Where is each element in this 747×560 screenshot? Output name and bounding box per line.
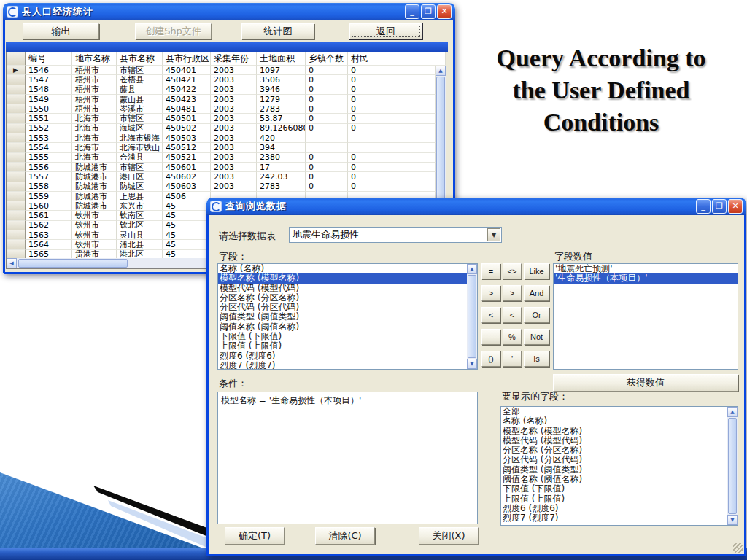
table-row[interactable]: 1547梧州市苍梧县4504212003350600 — [7, 75, 436, 85]
display-field-item[interactable]: 分区名称 (分区名称) — [501, 446, 727, 455]
row-selector[interactable] — [7, 114, 26, 123]
display-field-item[interactable]: 模型代码 (模型代码) — [501, 436, 727, 446]
row-selector[interactable] — [7, 192, 26, 201]
chevron-down-icon[interactable]: ▼ — [487, 228, 500, 241]
operator-button[interactable]: () — [481, 351, 500, 367]
maximize-icon[interactable]: ❐ — [712, 199, 727, 214]
row-selector[interactable] — [7, 172, 26, 182]
display-field-item[interactable]: 阈值类型 (阈值类型) — [501, 465, 727, 475]
table-row[interactable]: 1556防城港市市辖区45060120031700 — [7, 163, 436, 172]
operator-button[interactable]: < — [503, 307, 522, 323]
field-item[interactable]: 分区名称 (分区名称) — [218, 293, 467, 303]
operator-button[interactable]: And — [524, 285, 549, 301]
ok-button[interactable]: 确定(T) — [225, 527, 285, 545]
display-field-item[interactable]: 上限值 (上限值) — [501, 494, 727, 504]
table-row[interactable]: 1552北海市海城区450502200389.1266080100 — [7, 124, 436, 133]
get-values-button[interactable]: 获得数值 — [553, 374, 738, 392]
row-selector[interactable] — [7, 221, 26, 230]
minimize-icon[interactable]: _ — [405, 4, 419, 19]
values-listbox[interactable]: '地震死亡预测''生命易损性（本项目）' — [553, 263, 738, 370]
field-item[interactable]: 名称 (名称) — [218, 264, 467, 273]
row-selector[interactable] — [7, 211, 26, 220]
operator-button[interactable]: Or — [524, 307, 549, 323]
scrollbar-thumb[interactable] — [468, 275, 476, 358]
table-row[interactable]: 1548梧州市藤县4504222003394600 — [7, 85, 436, 95]
display-fields-listbox[interactable]: 全部名称 (名称)模型名称 (模型名称)模型代码 (模型代码)分区名称 (分区名… — [500, 406, 738, 526]
back-button[interactable]: 返回 — [349, 23, 422, 39]
column-header[interactable]: 土地面积 — [257, 52, 306, 66]
scroll-down-icon[interactable]: ▼ — [727, 515, 738, 525]
maximize-icon[interactable]: ❐ — [421, 4, 436, 19]
field-item[interactable]: 分区代码 (分区代码) — [218, 303, 467, 312]
row-selector[interactable] — [7, 104, 26, 114]
scroll-left-icon[interactable]: ◀ — [7, 258, 17, 268]
scroll-up-icon[interactable]: ▲ — [467, 264, 477, 274]
row-selector[interactable] — [7, 75, 26, 85]
field-item[interactable]: 烈度7 (烈度7) — [218, 361, 467, 369]
value-item[interactable]: '生命易损性（本项目）' — [554, 273, 738, 283]
scrollbar-thumb[interactable] — [728, 418, 737, 514]
close-icon[interactable]: ✕ — [437, 4, 452, 19]
operator-button[interactable]: > — [481, 285, 500, 301]
table-row[interactable]: 1555北海市合浦县4505212003238000 — [7, 153, 436, 163]
operator-button[interactable]: Is — [524, 351, 549, 367]
operator-button[interactable]: ' — [503, 351, 522, 367]
operator-button[interactable]: > — [503, 285, 522, 301]
field-item[interactable]: 烈度6 (烈度6) — [218, 351, 467, 361]
table-row[interactable]: 1551北海市市辖区450501200353.8700 — [7, 114, 436, 123]
row-selector[interactable] — [7, 153, 26, 163]
column-header[interactable]: 乡镇个数 — [306, 52, 348, 66]
row-selector[interactable] — [7, 85, 26, 95]
clear-button[interactable]: 清除(C) — [315, 527, 375, 545]
row-selector[interactable] — [7, 250, 26, 258]
display-field-item[interactable]: 分区代码 (分区代码) — [501, 455, 727, 464]
row-selector[interactable] — [7, 163, 26, 172]
row-selector[interactable] — [7, 201, 26, 211]
minimize-icon[interactable]: _ — [696, 199, 711, 214]
display-field-item[interactable]: 模型名称 (模型名称) — [501, 427, 727, 436]
operator-button[interactable]: Not — [524, 329, 549, 345]
row-selector[interactable] — [7, 133, 26, 143]
scrollbar-thumb[interactable] — [18, 259, 128, 268]
chart-button[interactable]: 统计图 — [241, 23, 314, 39]
value-item[interactable]: '地震死亡预测' — [554, 264, 738, 273]
close-icon[interactable]: ✕ — [728, 199, 743, 214]
column-header[interactable]: 县市名称 — [117, 52, 163, 66]
row-selector[interactable] — [7, 95, 26, 104]
column-header[interactable]: 县市行政区 — [163, 52, 211, 66]
table-row[interactable]: 1557防城港市港口区4506022003242.0300 — [7, 172, 436, 182]
display-field-item[interactable]: 烈度6 (烈度6) — [501, 504, 727, 513]
field-item[interactable]: 下限值 (下限值) — [218, 332, 467, 341]
operator-button[interactable]: = — [481, 263, 500, 279]
column-header[interactable]: 采集年份 — [211, 52, 257, 66]
row-selector[interactable] — [7, 143, 26, 152]
field-item[interactable]: 阈值类型 (阈值类型) — [218, 312, 467, 322]
display-field-item[interactable]: 全部 — [501, 407, 727, 416]
table-row[interactable]: 1550梧州市岑溪市4504812003278300 — [7, 104, 436, 114]
operator-button[interactable]: < — [481, 307, 500, 323]
datatable-combobox[interactable]: 地震生命易损性 ▼ — [289, 227, 502, 243]
operator-button[interactable]: _ — [481, 329, 500, 345]
display-field-item[interactable]: 烈度7 (烈度7) — [501, 513, 727, 523]
column-header[interactable]: 村民 — [348, 52, 446, 66]
display-field-item[interactable]: 下限值 (下限值) — [501, 484, 727, 494]
scroll-down-icon[interactable]: ▼ — [467, 359, 477, 369]
condition-textbox[interactable]: 模型名称 = '生命易损性（本项目）' — [217, 392, 478, 524]
column-header[interactable]: 编号 — [26, 52, 72, 66]
column-header[interactable]: 地市名称 — [72, 52, 117, 66]
table-row[interactable]: ▶1546梧州市市辖区4504012003109700 — [7, 66, 436, 75]
row-selector[interactable]: ▶ — [7, 66, 26, 75]
fields-listbox[interactable]: 名称 (名称)模型名称 (模型名称)模型代码 (模型代码)分区名称 (分区名称)… — [217, 263, 478, 370]
display-field-item[interactable]: 阈值名称 (阈值名称) — [501, 475, 727, 484]
field-item[interactable]: 模型名称 (模型名称) — [218, 273, 467, 283]
row-selector[interactable] — [7, 124, 26, 133]
fields-scrollbar[interactable]: ▲ ▼ — [467, 264, 477, 369]
display-fields-scrollbar[interactable]: ▲ ▼ — [727, 407, 738, 525]
display-field-item[interactable]: 名称 (名称) — [501, 416, 727, 426]
field-item[interactable]: 模型代码 (模型代码) — [218, 284, 467, 293]
table-row[interactable]: 1553北海市北海市银海4505032003420 — [7, 133, 436, 143]
row-selector[interactable] — [7, 240, 26, 249]
field-item[interactable]: 阈值名称 (阈值名称) — [218, 322, 467, 332]
row-selector[interactable] — [7, 230, 26, 240]
table-row[interactable]: 1558防城港市防城区4506032003278300 — [7, 182, 436, 192]
